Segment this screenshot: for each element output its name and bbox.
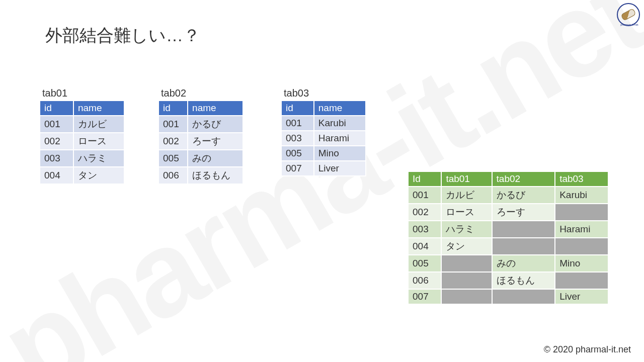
col-header: id xyxy=(40,101,73,116)
cell: 002 xyxy=(408,204,441,221)
table-row: 001カルビ xyxy=(40,116,124,133)
cell: 003 xyxy=(408,221,441,238)
pill-icon xyxy=(620,8,636,21)
cell-missing xyxy=(555,272,608,289)
source-table-tab01: tab01 id name 001カルビ 002ロース 003ハラミ 004タン xyxy=(39,87,125,185)
cell: 004 xyxy=(408,238,441,255)
cell: ほるもん xyxy=(492,272,555,289)
table-row: 005みの xyxy=(158,150,243,167)
table-row: 001かるび xyxy=(158,116,243,133)
table-caption: tab02 xyxy=(158,87,244,100)
page-title: 外部結合難しい…？ xyxy=(45,24,200,47)
table-row: 007Liver xyxy=(408,289,608,304)
cell: カルビ xyxy=(441,187,492,204)
result-table: Idtab01tab02tab03001カルビかるびKarubi002ロースろー… xyxy=(408,171,609,305)
col-header: tab01 xyxy=(441,171,492,187)
table-row: 003ハラミ xyxy=(40,150,124,167)
cell: Karubi xyxy=(555,187,608,204)
table-row: 001Karubi xyxy=(281,116,366,131)
cell: ハラミ xyxy=(441,221,492,238)
col-header: tab03 xyxy=(555,171,608,187)
col-header: tab02 xyxy=(492,171,555,187)
source-table-tab02: tab02 id name 001かるび 002ろーす 005みの 006ほるも… xyxy=(158,87,244,185)
cell: 006 xyxy=(408,272,441,289)
table-row: 003ハラミHarami xyxy=(408,221,608,238)
cell-missing xyxy=(555,204,608,221)
cell-missing xyxy=(492,221,555,238)
cell: 007 xyxy=(408,289,441,304)
table-row: 004タン xyxy=(408,238,608,255)
table-row: 005Mino xyxy=(281,146,366,161)
cell-missing xyxy=(492,289,555,304)
cell: みの xyxy=(492,255,555,272)
cell-missing xyxy=(441,289,492,304)
cell-missing xyxy=(441,255,492,272)
cell: ろーす xyxy=(492,204,555,221)
cell-missing xyxy=(555,238,608,255)
cell: Mino xyxy=(555,255,608,272)
cell: 005 xyxy=(408,255,441,272)
col-header: name xyxy=(314,101,366,116)
table-row: 002ろーす xyxy=(158,133,243,150)
col-header: name xyxy=(73,101,124,116)
cell: ロース xyxy=(441,204,492,221)
table-caption: tab01 xyxy=(39,87,125,100)
col-header: id xyxy=(281,101,314,116)
table-row: 002ロース xyxy=(40,133,124,150)
col-header: id xyxy=(158,101,188,116)
footer-copyright: © 2020 pharmal-it.net xyxy=(544,344,631,355)
cell: かるび xyxy=(492,187,555,204)
col-header: Id xyxy=(408,171,441,187)
table-row: 002ロースろーす xyxy=(408,204,608,221)
cell: Liver xyxy=(555,289,608,304)
col-header: name xyxy=(188,101,243,116)
site-logo: pharma-it.net xyxy=(617,3,640,26)
logo-caption: pharma-it.net xyxy=(614,23,644,26)
cell: Harami xyxy=(555,221,608,238)
cell: タン xyxy=(441,238,492,255)
table-row: 003Harami xyxy=(281,131,366,146)
table-row: 007Liver xyxy=(281,161,366,176)
cell: 001 xyxy=(408,187,441,204)
cell-missing xyxy=(492,238,555,255)
source-table-tab03: tab03 id name 001Karubi 003Harami 005Min… xyxy=(281,87,366,176)
cell-missing xyxy=(441,272,492,289)
table-row: 005みのMino xyxy=(408,255,608,272)
table-row: 006ほるもん xyxy=(158,167,243,184)
slide-page: 外部結合難しい…？ pharma-it.net tab01 id name 00… xyxy=(0,0,644,362)
table-caption: tab03 xyxy=(281,87,366,100)
table-row: 006ほるもん xyxy=(408,272,608,289)
table-row: 004タン xyxy=(40,167,124,184)
table-row: 001カルビかるびKarubi xyxy=(408,187,608,204)
